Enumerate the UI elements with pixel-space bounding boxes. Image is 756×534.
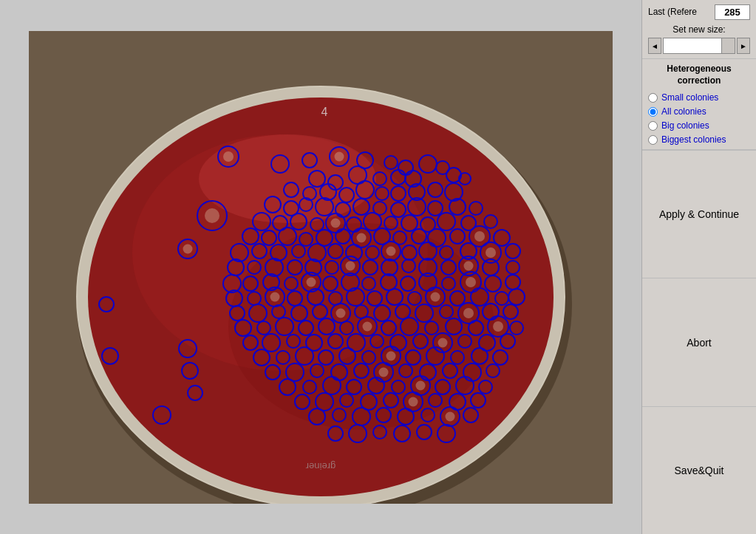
svg-point-89 [386, 246, 396, 256]
svg-point-10 [223, 151, 234, 162]
radio-label-big: Big colonies [661, 120, 709, 131]
svg-point-226 [416, 380, 426, 390]
svg-text:greiner: greiner [305, 461, 336, 472]
last-ref-row: Last (Refere 285 [648, 4, 750, 20]
heterogeneous-section: Heterogeneouscorrection Small colonies A… [642, 59, 756, 150]
radio-label-all: All colonies [661, 106, 706, 117]
svg-point-14 [335, 151, 344, 161]
svg-point-95 [486, 247, 496, 258]
svg-point-236 [409, 397, 418, 406]
svg-point-111 [464, 261, 474, 270]
radio-group: Small colonies All colonies Big colonies… [648, 92, 750, 145]
svg-point-78 [474, 231, 485, 242]
radio-biggest[interactable] [648, 135, 658, 145]
main-area: 4 greiner [0, 0, 641, 534]
save-quit-button[interactable]: Save&Quit [642, 406, 756, 534]
radio-big[interactable] [648, 121, 658, 131]
sidebar: Last (Refere 285 Set new size: ◄ ► Heter… [641, 0, 756, 534]
size-slider-row: ◄ ► [648, 38, 750, 54]
heterogeneous-title: Heterogeneouscorrection [648, 64, 750, 86]
abort-button[interactable]: Abort [642, 278, 756, 405]
svg-point-264 [205, 208, 219, 223]
svg-point-201 [386, 351, 396, 360]
svg-point-143 [431, 292, 440, 301]
radio-item-all[interactable]: All colonies [648, 106, 750, 117]
slider-right-arrow[interactable]: ► [737, 38, 750, 54]
radio-label-biggest: Biggest colonies [661, 134, 726, 145]
svg-point-256 [183, 244, 193, 253]
radio-all[interactable] [648, 107, 658, 117]
radio-label-small: Small colonies [661, 92, 718, 103]
petri-dish-view: 4 greiner [29, 31, 613, 504]
svg-point-119 [307, 277, 316, 287]
last-ref-label: Last (Refere [648, 7, 697, 17]
radio-item-small[interactable]: Small colonies [648, 92, 750, 103]
svg-point-154 [336, 308, 346, 318]
last-ref-value: 285 [715, 4, 750, 20]
slider-thumb[interactable] [721, 38, 735, 53]
slider-left-arrow[interactable]: ◄ [648, 38, 661, 54]
radio-small[interactable] [648, 93, 658, 103]
svg-point-71 [357, 233, 367, 242]
svg-point-161 [463, 308, 474, 318]
svg-point-128 [466, 277, 476, 287]
svg-point-190 [438, 338, 448, 347]
radio-item-biggest[interactable]: Biggest colonies [648, 134, 750, 145]
svg-point-213 [379, 367, 389, 377]
set-size-label: Set new size: [648, 24, 750, 35]
action-buttons: Apply & Continue Abort Save&Quit [642, 150, 756, 534]
apply-continue-button[interactable]: Apply & Continue [642, 150, 756, 278]
svg-point-55 [331, 218, 341, 227]
svg-text:4: 4 [321, 106, 328, 118]
radio-item-big[interactable]: Big colonies [648, 120, 750, 131]
svg-point-104 [346, 261, 355, 270]
svg-point-134 [270, 292, 280, 301]
svg-point-178 [493, 321, 503, 332]
image-container: 4 greiner [29, 31, 613, 504]
sidebar-top-section: Last (Refere 285 Set new size: ◄ ► [642, 0, 756, 59]
svg-point-171 [363, 321, 372, 331]
svg-point-247 [446, 411, 455, 421]
slider-track[interactable] [663, 38, 735, 54]
